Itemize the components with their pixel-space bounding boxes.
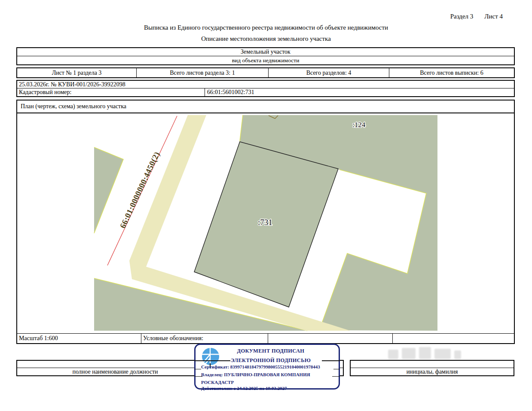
stamp-certificate: Сертификат: 8399714818479799800555219104…	[201, 364, 320, 369]
cadastral-number-label: Кадастровый номер:	[17, 88, 205, 96]
parcel-731-label: :731	[258, 218, 272, 227]
section-sheets-cell: Всего листов раздела 3: 1	[137, 68, 269, 77]
object-type-caption: вид объекта недвижимости	[17, 56, 514, 64]
watermark-block	[454, 350, 461, 359]
stamp-title-line1: ДОКУМЕНТ ПОДПИСАН	[220, 348, 321, 354]
sheets-summary-table: Лист № 1 раздела 3 Всего листов раздела …	[16, 67, 515, 78]
stamp-owner: Владелец: ПУБЛИЧНО-ПРАВОВАЯ КОМПАНИЯ	[201, 372, 310, 377]
table-line-stub	[322, 360, 340, 361]
section-sheet-header: Раздел 3 Лист 4	[450, 13, 503, 20]
parcel-124-label: :124	[352, 121, 366, 129]
table-line-stub	[333, 369, 340, 369]
stamp-title-line2: ЭЛЕКТРОННОЙ ПОДПИСЬЮ	[220, 358, 321, 363]
request-info-table: 25.03.2026г. № КУВИ-001/2026-39922098 Ка…	[16, 80, 515, 97]
plan-title: План (чертеж, схема) земельного участка	[17, 100, 514, 113]
cadastral-map-svg: :124 :731 66:01:0000000:4450(2)	[17, 113, 514, 333]
signature-right-label-row: инициалы, фамилия	[351, 368, 514, 375]
sections-total-cell: Всего разделов: 4	[269, 68, 389, 77]
plan-section: План (чертеж, схема) земельного участка	[16, 100, 515, 344]
scale-legend-row: Масштаб 1:600 Условные обозначения:	[17, 334, 514, 343]
signature-right-empty-row	[351, 361, 514, 368]
table-line-stub	[332, 376, 340, 377]
legend-empty-cell-1	[268, 334, 393, 343]
date-number-row: 25.03.2026г. № КУВИ-001/2026-39922098	[17, 81, 514, 88]
stamp-title: ДОКУМЕНТ ПОДПИСАН ЭЛЕКТРОННОЙ ПОДПИСЬЮ	[220, 348, 321, 363]
watermark-block	[434, 349, 451, 359]
section-label: Раздел 3	[450, 13, 474, 20]
left-parcel-polygon	[94, 147, 123, 233]
watermark-block	[388, 350, 398, 359]
stamp-validity: Действителен: с 24.12.2025 по 19.03.2027	[201, 386, 287, 391]
cadastral-map: :124 :731 66:01:0000000:4450(2)	[17, 113, 514, 334]
object-type-table: Земельный участок вид объекта недвижимос…	[16, 47, 515, 65]
position-name-label: полное наименование должности	[17, 368, 214, 375]
object-type-value: Земельный участок	[17, 48, 514, 56]
sheet-label: Лист 4	[484, 13, 503, 20]
table-line-stub	[194, 360, 230, 361]
roskadastr-logo-icon	[202, 347, 220, 365]
initials-surname-label: инициалы, фамилия	[351, 368, 514, 375]
document-title: Выписка из Единого государственного реес…	[0, 24, 532, 31]
extract-sheets-cell: Всего листов выписки: 6	[389, 68, 514, 77]
legend-empty-cell-2	[393, 334, 514, 343]
document-subtitle: Описание местоположения земельного участ…	[0, 35, 532, 43]
scale-label: Масштаб 1:600	[17, 334, 141, 343]
stamp-owner2: РОСКАДАСТР	[201, 380, 234, 385]
table-line-stub	[194, 369, 201, 369]
signature-right-table: инициалы, фамилия	[350, 360, 514, 376]
legend-label: Условные обозначения:	[141, 334, 268, 343]
sheet-number-cell: Лист № 1 раздела 3	[17, 68, 137, 77]
cadastral-number-value: 66:01:5601002:731	[205, 88, 514, 96]
watermark-block	[402, 348, 416, 359]
watermark-block	[419, 347, 431, 359]
electronic-signature-stamp: ДОКУМЕНТ ПОДПИСАН ЭЛЕКТРОННОЙ ПОДПИСЬЮ С…	[194, 344, 340, 390]
